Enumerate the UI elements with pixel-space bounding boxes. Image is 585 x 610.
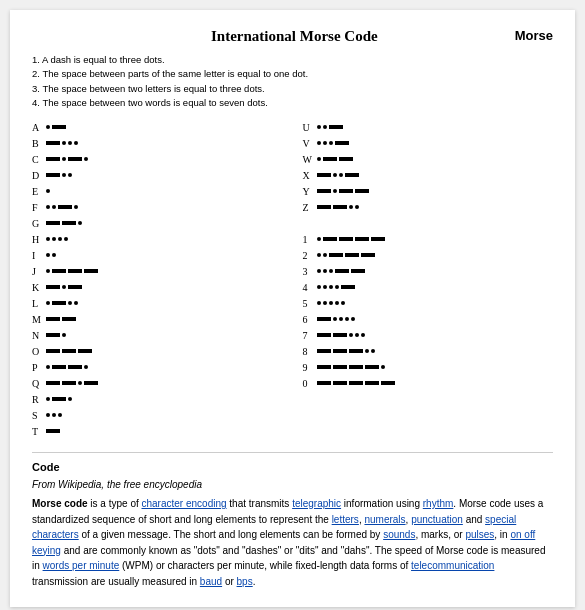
dot-symbol [58,237,62,241]
morse-row: K [32,280,283,294]
morse-pattern [46,429,60,433]
dot-symbol [329,141,333,145]
morse-letter: O [32,346,46,357]
dash-symbol [341,285,355,289]
dash-symbol [355,237,369,241]
dash-symbol [46,173,60,177]
morse-row: C [32,152,283,166]
dot-symbol [349,333,353,337]
description-link[interactable]: pulses [465,529,494,540]
description-link[interactable]: letters [332,514,359,525]
morse-pattern [317,365,385,369]
morse-letter: Z [303,202,317,213]
page-title: International Morse Code [82,28,507,45]
dash-symbol [339,189,353,193]
description-link[interactable]: baud [200,576,222,587]
morse-pattern [46,125,66,129]
dot-symbol [78,221,82,225]
dot-symbol [62,141,66,145]
morse-row: G [32,216,283,230]
plain-text: (WPM) or characters per minute, while fi… [119,560,411,571]
morse-pattern [46,173,72,177]
dash-symbol [68,269,82,273]
morse-col-left: ABCDEFGHIJKLMNOPQRST [32,120,283,440]
description-link[interactable]: telecommunication [411,560,494,571]
dot-symbol [355,333,359,337]
plain-text: and [463,514,485,525]
morse-row: V [303,136,554,150]
dot-symbol [371,349,375,353]
dot-symbol [317,301,321,305]
morse-letter: X [303,170,317,181]
dot-symbol [62,157,66,161]
dash-symbol [345,173,359,177]
dash-symbol [381,381,395,385]
description-link[interactable]: numerals [364,514,405,525]
dot-symbol [317,253,321,257]
morse-pattern [317,125,343,129]
dot-symbol [84,365,88,369]
dot-symbol [58,413,62,417]
morse-row: F [32,200,283,214]
dash-symbol [317,317,331,321]
description-link[interactable]: bps [237,576,253,587]
description-link[interactable]: telegraphic [292,498,341,509]
dot-symbol [333,317,337,321]
dash-symbol [349,381,363,385]
morse-letter: R [32,394,46,405]
morse-row: 5 [303,296,554,310]
dash-symbol [355,189,369,193]
dot-symbol [64,237,68,241]
morse-pattern [317,173,359,177]
dash-symbol [68,365,82,369]
description-link[interactable]: character encoding [142,498,227,509]
dot-symbol [46,397,50,401]
dot-symbol [323,253,327,257]
morse-pattern [317,253,375,257]
dot-symbol [329,285,333,289]
dash-symbol [323,157,337,161]
dot-symbol [52,205,56,209]
plain-text: . [253,576,256,587]
dot-symbol [317,141,321,145]
morse-letter: L [32,298,46,309]
description-link[interactable]: words per minute [43,560,120,571]
dash-symbol [46,285,60,289]
morse-row: 7 [303,328,554,342]
morse-row: N [32,328,283,342]
dot-symbol [361,333,365,337]
dot-symbol [323,269,327,273]
morse-letter: N [32,330,46,341]
morse-letter: F [32,202,46,213]
bold-text: Morse code [32,498,88,509]
dot-symbol [323,301,327,305]
dash-symbol [317,173,331,177]
dot-symbol [62,285,66,289]
description-link[interactable]: punctuation [411,514,463,525]
morse-row: 3 [303,264,554,278]
dot-symbol [52,413,56,417]
dash-symbol [317,189,331,193]
morse-row: B [32,136,283,150]
morse-row [303,216,554,230]
dash-symbol [361,253,375,257]
dot-symbol [345,317,349,321]
description-link[interactable]: rhythm [423,498,454,509]
dash-symbol [335,269,349,273]
dot-symbol [46,269,50,273]
dash-symbol [349,365,363,369]
morse-row: J [32,264,283,278]
morse-row: E [32,184,283,198]
morse-row: 0 [303,376,554,390]
morse-letter: 4 [303,282,317,293]
plain-text: transmission are usually measured in [32,576,200,587]
morse-row: Y [303,184,554,198]
description-link[interactable]: sounds [383,529,415,540]
morse-pattern [317,317,355,321]
dash-symbol [333,205,347,209]
morse-row: T [32,424,283,438]
morse-row: 1 [303,232,554,246]
dot-symbol [323,125,327,129]
dash-symbol [62,349,76,353]
morse-row: A [32,120,283,134]
